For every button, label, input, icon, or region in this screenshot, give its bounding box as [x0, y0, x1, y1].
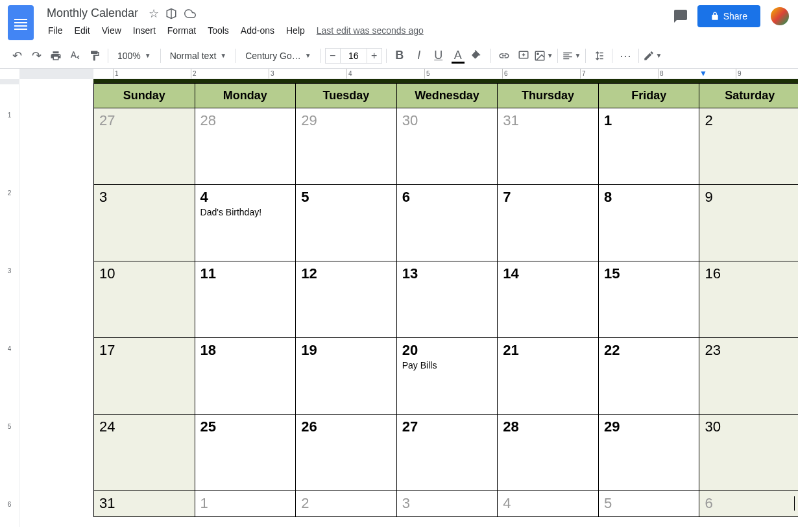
calendar-cell[interactable]: 21 — [498, 338, 599, 415]
calendar-cell[interactable]: 16 — [699, 261, 798, 338]
calendar-cell[interactable]: 2 — [296, 491, 397, 517]
calendar-cell[interactable]: 11 — [195, 261, 296, 338]
undo-button[interactable]: ↶ — [8, 47, 26, 65]
calendar-cell[interactable]: 4Dad's Birthday! — [195, 185, 296, 261]
docs-logo-icon[interactable] — [8, 5, 34, 40]
calendar-cell[interactable]: 1 — [599, 108, 700, 185]
calendar-cell[interactable]: 7 — [498, 185, 599, 261]
menu-format[interactable]: Format — [162, 23, 201, 38]
calendar-cell[interactable]: 27 — [93, 108, 195, 185]
calendar-cell[interactable]: 6 — [699, 491, 798, 517]
calendar-cell[interactable]: 1 — [195, 491, 296, 517]
calendar-cell[interactable]: 30 — [397, 108, 498, 185]
calendar-cell[interactable]: 12 — [296, 261, 397, 338]
calendar-cell[interactable]: 28 — [195, 108, 296, 185]
calendar-cell[interactable]: 31 — [93, 491, 195, 517]
document-title[interactable]: Monthly Calendar — [43, 5, 142, 21]
star-icon[interactable]: ☆ — [149, 6, 159, 21]
calendar-header-cell[interactable]: Monday — [195, 83, 296, 108]
calendar-cell[interactable]: 20Pay Bills — [397, 338, 498, 415]
calendar-cell[interactable]: 2 — [699, 108, 798, 185]
bold-button[interactable]: B — [391, 47, 409, 65]
insert-image-button[interactable]: ▼ — [534, 47, 553, 65]
calendar-cell[interactable]: 25 — [195, 415, 296, 491]
menu-help[interactable]: Help — [281, 23, 310, 38]
menu-edit[interactable]: Edit — [69, 23, 95, 38]
calendar-cell[interactable]: 13 — [397, 261, 498, 338]
menu-insert[interactable]: Insert — [128, 23, 161, 38]
calendar-header-cell[interactable]: Wednesday — [397, 83, 498, 108]
vertical-ruler[interactable]: 123456 — [0, 79, 19, 527]
calendar-cell[interactable]: 5 — [296, 185, 397, 261]
insert-link-button[interactable] — [495, 47, 513, 65]
calendar-header-cell[interactable]: Tuesday — [296, 83, 397, 108]
menu-file[interactable]: File — [43, 23, 68, 38]
calendar-cell[interactable]: 19 — [296, 338, 397, 415]
calendar-cell[interactable]: 29 — [296, 108, 397, 185]
font-size-input[interactable] — [341, 48, 367, 64]
calendar-cell[interactable]: 4 — [498, 491, 599, 517]
calendar-row: 17181920Pay Bills212223 — [93, 338, 798, 415]
more-button[interactable]: ⋯ — [616, 47, 635, 65]
calendar-cell[interactable]: 31 — [498, 108, 599, 185]
calendar-header-cell[interactable]: Sunday — [93, 83, 195, 108]
calendar-header-cell[interactable]: Friday — [599, 83, 700, 108]
calendar-cell[interactable]: 3 — [397, 491, 498, 517]
print-button[interactable] — [47, 47, 65, 65]
font-size-control: − + — [325, 48, 382, 64]
calendar-event[interactable]: Pay Bills — [402, 360, 492, 370]
calendar-cell[interactable]: 27 — [397, 415, 498, 491]
calendar-header-cell[interactable]: Saturday — [699, 83, 798, 108]
calendar-header-cell[interactable]: Thursday — [498, 83, 599, 108]
spellcheck-button[interactable] — [66, 47, 84, 65]
underline-button[interactable]: U — [429, 47, 448, 65]
calendar-cell[interactable]: 30 — [699, 415, 798, 491]
calendar-cell[interactable]: 24 — [93, 415, 195, 491]
menu-tools[interactable]: Tools — [202, 23, 234, 38]
font-size-increase[interactable]: + — [367, 48, 382, 64]
document-canvas[interactable]: SundayMondayTuesdayWednesdayThursdayFrid… — [19, 79, 798, 527]
calendar-cell[interactable]: 28 — [498, 415, 599, 491]
zoom-dropdown[interactable]: 100%▼ — [112, 47, 156, 65]
last-edit-link[interactable]: Last edit was seconds ago — [317, 25, 424, 36]
share-button[interactable]: Share — [697, 5, 760, 27]
calendar-cell[interactable]: 6 — [397, 185, 498, 261]
calendar-cell[interactable]: 26 — [296, 415, 397, 491]
align-button[interactable]: ▼ — [562, 47, 581, 65]
calendar-cell[interactable]: 15 — [599, 261, 700, 338]
calendar-cell[interactable]: 23 — [699, 338, 798, 415]
account-avatar[interactable] — [769, 6, 790, 27]
italic-button[interactable]: I — [410, 47, 428, 65]
font-dropdown[interactable]: Century Go…▼ — [240, 47, 317, 65]
calendar-cell[interactable]: 9 — [699, 185, 798, 261]
menu-addons[interactable]: Add-ons — [236, 23, 280, 38]
calendar-cell[interactable]: 3 — [93, 185, 195, 261]
redo-button[interactable]: ↷ — [27, 47, 45, 65]
calendar-cell[interactable]: 22 — [599, 338, 700, 415]
calendar-row: 272829303112 — [93, 108, 798, 185]
calendar-cell[interactable]: 8 — [599, 185, 700, 261]
move-icon[interactable] — [165, 8, 177, 19]
style-dropdown[interactable]: Normal text▼ — [165, 47, 232, 65]
calendar-cell[interactable]: 29 — [599, 415, 700, 491]
horizontal-ruler[interactable]: 123456789 ▼ — [19, 69, 798, 79]
paint-format-button[interactable] — [86, 47, 104, 65]
menu-view[interactable]: View — [97, 23, 127, 38]
text-color-button[interactable]: A — [449, 47, 467, 65]
calendar-cell[interactable]: 5 — [599, 491, 700, 517]
calendar-cell[interactable]: 14 — [498, 261, 599, 338]
cloud-status-icon[interactable] — [184, 8, 197, 19]
comments-icon[interactable] — [673, 8, 688, 24]
calendar-cell[interactable]: 17 — [93, 338, 195, 415]
highlight-color-button[interactable] — [468, 47, 487, 65]
ruler-tick: 8 — [658, 69, 664, 79]
calendar-cell[interactable]: 10 — [93, 261, 195, 338]
indent-marker-icon[interactable]: ▼ — [699, 69, 707, 78]
calendar-table[interactable]: SundayMondayTuesdayWednesdayThursdayFrid… — [93, 79, 798, 517]
calendar-event[interactable]: Dad's Birthday! — [200, 207, 291, 217]
editing-mode-button[interactable]: ▼ — [643, 47, 662, 65]
line-spacing-button[interactable] — [590, 47, 608, 65]
font-size-decrease[interactable]: − — [325, 48, 341, 64]
calendar-cell[interactable]: 18 — [195, 338, 296, 415]
insert-comment-button[interactable] — [514, 47, 533, 65]
